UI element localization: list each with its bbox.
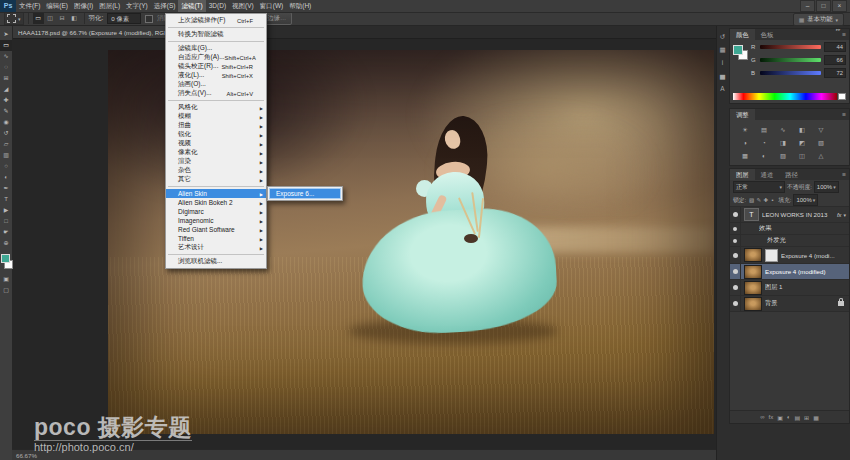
filter-menu-item[interactable] [168, 186, 264, 187]
layer-thumbnail[interactable] [744, 265, 762, 279]
channel-value-input[interactable]: 44 [824, 42, 846, 52]
add-to-selection-icon[interactable]: ◫ [45, 13, 56, 24]
info-panel-icon[interactable]: i [716, 56, 729, 69]
layer-row-selected[interactable]: Exposure 4 (modified) [730, 264, 849, 280]
filter-menu-item[interactable]: 浏览联机滤镜... [166, 257, 266, 266]
channel-value-input[interactable]: 66 [824, 55, 846, 65]
visibility-toggle[interactable] [730, 264, 741, 279]
minimize-button[interactable]: – [800, 0, 815, 12]
filter-menu-item[interactable] [168, 100, 264, 101]
panel-menu-icon[interactable]: ≡ [842, 29, 846, 40]
filter-menu-item[interactable]: 像素化 ▶ [166, 148, 266, 157]
filter-menu-item[interactable]: Tiffen ▶ [166, 234, 266, 243]
menu-bar-item[interactable]: 文字(Y) [123, 0, 151, 12]
channel-mixer-icon[interactable]: ▧ [814, 137, 828, 148]
filter-menu-item[interactable]: 消失点(V)... Alt+Ctrl+V [166, 89, 266, 98]
type-tool-icon[interactable]: T [0, 194, 12, 205]
filter-menu-item[interactable]: 扭曲 ▶ [166, 121, 266, 130]
vibrance-icon[interactable]: ▽ [814, 124, 828, 135]
filter-menu-item[interactable] [168, 27, 264, 28]
character-panel-icon[interactable]: A [716, 82, 729, 95]
blend-mode-select[interactable]: 正常▾ [733, 181, 785, 193]
brush-tool-icon[interactable]: ✎ [0, 106, 12, 117]
submenu-item-exposure[interactable]: Exposure 6... [269, 188, 341, 199]
tool-preset-picker[interactable]: ▾ [4, 12, 24, 25]
menu-bar-item[interactable]: 图层(L) [96, 0, 123, 12]
history-brush-tool-icon[interactable]: ↺ [0, 128, 12, 139]
filter-menu-item[interactable]: 渲染 ▶ [166, 157, 266, 166]
menu-bar-item[interactable]: 滤镜(T) [178, 0, 205, 12]
lock-image-pixels-icon[interactable]: ✎ [755, 197, 762, 203]
visibility-toggle[interactable] [730, 207, 741, 222]
channel-slider[interactable] [760, 45, 821, 49]
new-group-icon[interactable]: ▤ [794, 414, 800, 421]
filter-menu-item[interactable]: Alien Skin ▶ [166, 189, 266, 198]
color-spectrum-bar[interactable] [733, 93, 837, 100]
spectrum-white-swatch[interactable] [838, 93, 846, 100]
channel-slider[interactable] [760, 71, 821, 75]
filter-menu-item[interactable]: 上次滤镜操作(F) Ctrl+F [166, 16, 266, 25]
color-lookup-icon[interactable]: ▦ [738, 150, 752, 161]
canvas-area[interactable] [12, 38, 716, 449]
filter-menu-item[interactable] [168, 41, 264, 42]
filter-menu-item[interactable]: 杂色 ▶ [166, 166, 266, 175]
layer-row-smart-object[interactable]: Exposure 4 (modi... [730, 247, 849, 264]
layer-row-text-layer[interactable]: T LEON WORKS IN 2013 fx ▾ [730, 207, 849, 223]
visibility-toggle[interactable] [730, 280, 741, 295]
filter-menu-item[interactable]: 液化(L)... Shift+Ctrl+X [166, 71, 266, 80]
rectangular-marquee-tool-icon[interactable]: ▭ [0, 40, 12, 51]
menu-bar-item[interactable]: 帮助(H) [286, 0, 314, 12]
navigator-panel-icon[interactable]: ▦ [716, 43, 729, 56]
collapse-dock-icon[interactable]: ▸▸ [836, 27, 841, 32]
lock-position-icon[interactable]: ✚ [762, 197, 769, 203]
filter-menu-item[interactable]: Alien Skin Bokeh 2 ▶ [166, 198, 266, 207]
visibility-toggle[interactable] [730, 235, 741, 246]
layer-thumbnail[interactable] [744, 248, 762, 262]
filter-menu-item[interactable]: 模糊 ▶ [166, 112, 266, 121]
hand-tool-icon[interactable]: ☛ [0, 227, 12, 238]
invert-icon[interactable]: ◐ [757, 150, 771, 161]
layer-row-background[interactable]: 背景 [730, 296, 849, 312]
new-layer-icon[interactable]: ⊞ [804, 414, 809, 421]
filter-menu-item[interactable]: Red Giant Software ▶ [166, 225, 266, 234]
gradient-tool-icon[interactable]: ▥ [0, 150, 12, 161]
panel-tab[interactable]: 颜色 [730, 29, 755, 40]
filter-menu-item[interactable]: Imagenomic ▶ [166, 216, 266, 225]
filter-menu-item[interactable]: 锐化 ▶ [166, 130, 266, 139]
zoom-level[interactable]: 66.67% [12, 452, 37, 459]
visibility-toggle[interactable] [730, 223, 741, 234]
layer-style-icon[interactable]: fx [768, 414, 773, 420]
move-tool-icon[interactable]: ➤ [0, 29, 12, 40]
intersect-selection-icon[interactable]: ◧ [69, 13, 80, 24]
blur-tool-icon[interactable]: ○ [0, 161, 12, 172]
clone-stamp-tool-icon[interactable]: ◉ [0, 117, 12, 128]
opacity-input[interactable]: 100%▾ [814, 181, 839, 193]
filter-menu-item[interactable]: 自适应广角(A)... Shift+Ctrl+A [166, 53, 266, 62]
path-selection-tool-icon[interactable]: ▶ [0, 205, 12, 216]
filter-menu-item[interactable]: 转换为智能滤镜 [166, 30, 266, 39]
filter-menu-item[interactable]: 艺术设计 ▶ [166, 243, 266, 252]
add-layer-mask-icon[interactable]: ▣ [777, 414, 783, 421]
hue-saturation-icon[interactable]: ◑ [738, 137, 752, 148]
shape-tool-icon[interactable]: □ [0, 216, 12, 227]
dodge-tool-icon[interactable]: ◐ [0, 172, 12, 183]
restore-button[interactable]: □ [816, 0, 831, 12]
healing-brush-tool-icon[interactable]: ✚ [0, 95, 12, 106]
panel-tab[interactable]: 路径 [779, 169, 804, 180]
eyedropper-tool-icon[interactable]: ◢ [0, 84, 12, 95]
curves-icon[interactable]: ∿ [776, 124, 790, 135]
filter-menu-item[interactable] [168, 254, 264, 255]
menu-bar-item[interactable]: 文件(F) [16, 0, 43, 12]
feather-input[interactable]: 0 像素 [107, 13, 141, 24]
photo-filter-icon[interactable]: ◩ [795, 137, 809, 148]
layer-row-outer-glow[interactable]: 外发光 [730, 235, 849, 247]
menu-bar-item[interactable]: 图像(I) [71, 0, 96, 12]
color-balance-icon[interactable]: ◔ [757, 137, 771, 148]
link-layers-icon[interactable]: ∞ [760, 414, 764, 420]
new-adjustment-layer-icon[interactable]: ◐ [787, 414, 791, 420]
close-button[interactable]: × [832, 0, 847, 12]
posterize-icon[interactable]: ▨ [776, 150, 790, 161]
menu-bar-item[interactable]: 选择(S) [151, 0, 179, 12]
threshold-icon[interactable]: ◫ [795, 150, 809, 161]
delete-layer-icon[interactable]: ▦ [813, 414, 819, 421]
